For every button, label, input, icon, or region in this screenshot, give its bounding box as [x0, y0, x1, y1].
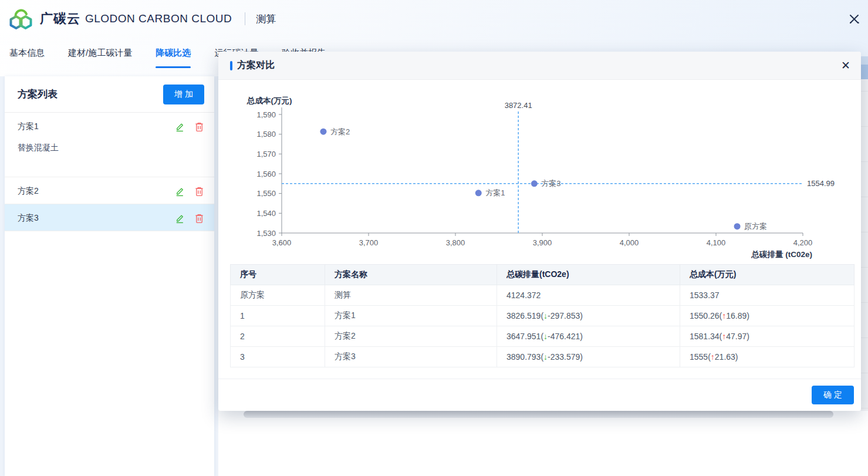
- cell-carbon: 4124.372: [497, 285, 680, 306]
- brand-name-en: GLODON CARBON CLOUD: [85, 12, 232, 25]
- svg-text:1,570: 1,570: [256, 150, 276, 158]
- scheme-list-item[interactable]: 方案3: [5, 204, 214, 231]
- background-table-strip: [861, 56, 868, 411]
- add-scheme-button[interactable]: 增 加: [163, 85, 204, 104]
- arrow-down-icon: ↓: [543, 352, 548, 362]
- dialog-title: 方案对比: [237, 59, 275, 72]
- dialog-header: 方案对比 ✕: [218, 52, 861, 80]
- arrow-up-icon: ↑: [722, 311, 726, 320]
- svg-text:3872.41: 3872.41: [505, 101, 532, 110]
- scheme-list-title: 方案列表: [18, 87, 58, 101]
- confirm-button[interactable]: 确 定: [812, 386, 854, 404]
- screen: 广碳云 GLODON CARBON CLOUD 测算 基本信息建材/施工碳计量降…: [0, 0, 868, 476]
- cell-cost: 1581.34(↑47.97): [680, 326, 855, 347]
- svg-text:1,540: 1,540: [256, 209, 276, 218]
- edit-icon[interactable]: [175, 214, 184, 224]
- cell-cost: 1555(↑21.63): [680, 347, 855, 367]
- background-panel-edge: [244, 411, 833, 418]
- delete-icon[interactable]: [195, 122, 204, 132]
- scheme-list-item[interactable]: 方案2: [5, 177, 214, 204]
- cell-carbon: 3647.951(↓-476.421): [497, 326, 680, 347]
- arrow-up-icon: ↑: [722, 332, 726, 341]
- svg-text:4,000: 4,000: [620, 238, 639, 247]
- scheme-list-panel: 方案列表 增 加 方案1替换混凝土方案2方案3: [5, 76, 214, 476]
- svg-text:方案1: 方案1: [485, 188, 505, 197]
- cell-index: 2: [231, 326, 325, 347]
- scheme-compare-dialog: 方案对比 ✕ 1,5301,5401,5501,5601,5701,5801,5…: [218, 52, 861, 411]
- svg-text:4,200: 4,200: [793, 238, 813, 247]
- cell-scheme-name: 方案2: [325, 326, 497, 347]
- svg-text:方案3: 方案3: [541, 179, 560, 188]
- svg-text:4,100: 4,100: [707, 238, 726, 247]
- svg-text:3,900: 3,900: [533, 238, 552, 247]
- table-header-cell: 总成本(万元): [680, 265, 855, 285]
- scheme-item-desc: 替换混凝土: [18, 143, 204, 153]
- header-divider: [245, 12, 245, 25]
- tab-material-construction-carbon[interactable]: 建材/施工碳计量: [68, 38, 132, 68]
- arrow-down-icon: ↓: [543, 332, 548, 341]
- svg-text:总成本(万元): 总成本(万元): [246, 96, 292, 105]
- cell-scheme-name: 方案1: [325, 306, 497, 326]
- scheme-item-name: 方案1: [18, 121, 39, 132]
- table-header-cell: 总碳排量(tCO2e): [497, 265, 680, 285]
- arrow-up-icon: ↑: [711, 352, 715, 362]
- cell-carbon: 3826.519(↓-297.853): [497, 306, 680, 326]
- svg-text:1,590: 1,590: [256, 110, 276, 119]
- scheme-list-header: 方案列表 增 加: [5, 76, 214, 113]
- title-accent-bar: [230, 61, 232, 70]
- svg-text:3,600: 3,600: [272, 238, 292, 247]
- close-icon[interactable]: ✕: [839, 59, 853, 73]
- cell-index: 1: [231, 306, 325, 326]
- comparison-table: 序号方案名称总碳排量(tCO2e)总成本(万元) 原方案测算4124.37215…: [230, 264, 855, 367]
- delete-icon[interactable]: [195, 187, 204, 197]
- table-header-cell: 方案名称: [325, 265, 497, 285]
- dialog-footer: 确 定: [218, 379, 861, 411]
- scheme-list-item[interactable]: 方案1替换混凝土: [5, 113, 214, 177]
- svg-text:3,700: 3,700: [359, 238, 379, 247]
- svg-text:1,550: 1,550: [256, 189, 276, 198]
- cell-carbon: 3890.793(↓-233.579): [497, 347, 680, 367]
- svg-text:1,530: 1,530: [256, 229, 276, 238]
- table-header-cell: 序号: [231, 265, 325, 285]
- table-header-row: 序号方案名称总碳排量(tCO2e)总成本(万元): [231, 265, 855, 285]
- scheme-item-name: 方案3: [18, 213, 39, 224]
- table-row: 3方案33890.793(↓-233.579)1555(↑21.63): [231, 347, 855, 367]
- cell-cost: 1550.26(↑16.89): [680, 306, 855, 326]
- svg-text:1,580: 1,580: [256, 130, 276, 139]
- scheme-item-name: 方案2: [18, 186, 39, 197]
- svg-text:原方案: 原方案: [744, 222, 767, 231]
- table-row: 1方案13826.519(↓-297.853)1550.26(↑16.89): [231, 306, 855, 326]
- cell-cost: 1533.37: [680, 285, 855, 306]
- delete-icon[interactable]: [195, 214, 204, 224]
- edit-icon[interactable]: [175, 122, 184, 132]
- cell-scheme-name: 方案3: [325, 347, 497, 367]
- edit-icon[interactable]: [175, 187, 184, 197]
- scatter-chart: 1,5301,5401,5501,5601,5701,5801,5903,600…: [218, 80, 861, 264]
- table-row: 2方案23647.951(↓-476.421)1581.34(↑47.97): [231, 326, 855, 347]
- cell-index: 原方案: [231, 285, 325, 306]
- tab-carbon-reduction-compare[interactable]: 降碳比选: [156, 38, 191, 68]
- cell-index: 3: [231, 347, 325, 367]
- cell-scheme-name: 测算: [325, 285, 497, 306]
- tab-basic-info[interactable]: 基本信息: [9, 38, 45, 68]
- svg-text:1,560: 1,560: [256, 170, 276, 178]
- svg-text:方案2: 方案2: [330, 127, 350, 136]
- arrow-down-icon: ↓: [543, 311, 548, 320]
- top-bar: 广碳云 GLODON CARBON CLOUD 测算: [0, 0, 868, 38]
- table-row: 原方案测算4124.3721533.37: [231, 285, 855, 306]
- scheme-list: 方案1替换混凝土方案2方案3: [5, 113, 214, 231]
- svg-text:3,800: 3,800: [446, 238, 465, 247]
- svg-text:总碳排量 (tC02e): 总碳排量 (tC02e): [751, 250, 812, 259]
- tools-icon[interactable]: [848, 13, 861, 26]
- module-title: 测算: [256, 12, 276, 26]
- brand-name-cn: 广碳云: [40, 10, 80, 28]
- svg-text:1554.99: 1554.99: [807, 179, 835, 188]
- glodon-cloud-logo-icon: [8, 7, 34, 31]
